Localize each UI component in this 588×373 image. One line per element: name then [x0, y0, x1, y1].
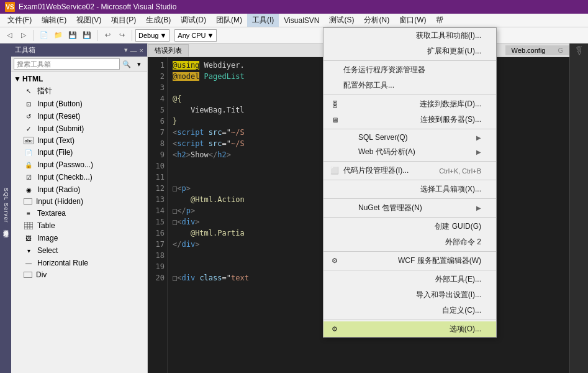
tools-dropdown-menu: 获取工具和功能(I)... 扩展和更新(U)... 任务运行程序资源管理器 配置… — [323, 27, 497, 338]
menu-wcf-editor[interactable]: ⚙ WCF 服务配置编辑器(W) — [323, 253, 496, 269]
menu-sep-2 — [323, 94, 496, 95]
menu-external-tools[interactable]: 外部工具(E)... — [323, 272, 496, 287]
menu-sep-8 — [323, 251, 496, 252]
snippet-shortcut: Ctrl+K, Ctrl+B — [439, 167, 481, 175]
menu-extensions[interactable]: 扩展和更新(U)... — [323, 44, 496, 59]
options-icon: ⚙ — [328, 325, 341, 333]
menu-sep-10 — [323, 320, 496, 320]
menu-sep-6 — [323, 198, 496, 199]
connect-server-icon: 🖥 — [328, 116, 341, 124]
snippet-manager-icon: ⬜ — [328, 167, 341, 175]
menu-task-runner[interactable]: 任务运行程序资源管理器 — [323, 62, 496, 78]
menu-get-tools[interactable]: 获取工具和功能(I)... — [323, 28, 496, 44]
menu-connect-db[interactable]: 🗄 连接到数据库(D)... — [323, 96, 496, 112]
menu-customize[interactable]: 自定义(C)... — [323, 303, 496, 318]
menu-create-guid[interactable]: 创建 GUID(G) — [323, 219, 496, 234]
menu-sep-1 — [323, 60, 496, 61]
menu-sep-7 — [323, 217, 496, 218]
nuget-arrow: ▶ — [476, 205, 481, 211]
web-analysis-arrow: ▶ — [476, 149, 481, 155]
menu-snippet-manager[interactable]: ⬜ 代码片段管理器(I)... Ctrl+K, Ctrl+B — [323, 163, 496, 178]
menu-web-analysis[interactable]: Web 代码分析(A) ▶ — [323, 144, 496, 160]
menu-connect-server[interactable]: 🖥 连接到服务器(S)... — [323, 112, 496, 127]
menu-sep-5 — [323, 180, 496, 180]
connect-db-icon: 🗄 — [328, 101, 341, 108]
menu-sep-4 — [323, 161, 496, 162]
wcf-editor-icon: ⚙ — [328, 257, 341, 265]
menu-sql-server[interactable]: SQL Server(Q) ▶ — [323, 131, 496, 144]
menu-sep-3 — [323, 129, 496, 129]
menu-sep-9 — [323, 270, 496, 270]
sql-server-arrow: ▶ — [476, 134, 481, 141]
menu-external-cmd2[interactable]: 外部命令 2 — [323, 234, 496, 250]
menu-options[interactable]: ⚙ 选项(O)... — [323, 321, 496, 337]
menu-nuget[interactable]: NuGet 包管理器(N) ▶ — [323, 200, 496, 216]
menu-import-export[interactable]: 导入和导出设置(I)... — [323, 287, 496, 303]
dropdown-overlay[interactable]: 获取工具和功能(I)... 扩展和更新(U)... 任务运行程序资源管理器 配置… — [0, 0, 588, 373]
menu-config-external[interactable]: 配置外部工具... — [323, 78, 496, 93]
menu-choose-toolbox[interactable]: 选择工具箱项(X)... — [323, 182, 496, 197]
